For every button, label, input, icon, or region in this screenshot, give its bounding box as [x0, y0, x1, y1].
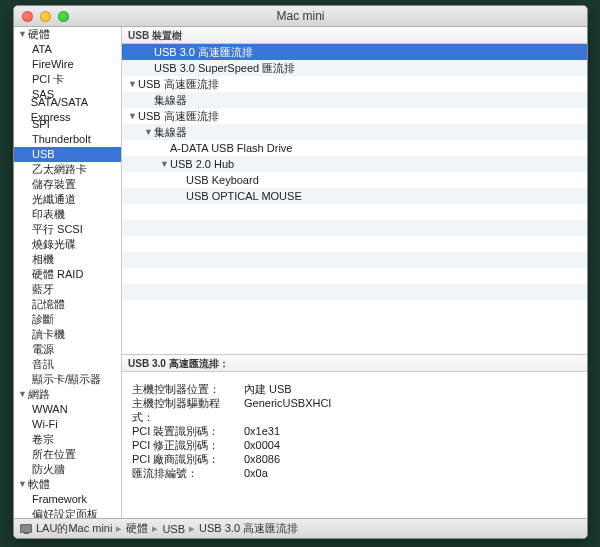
tree-row[interactable]: [122, 204, 587, 220]
sidebar-item[interactable]: 音訊: [14, 357, 121, 372]
sidebar-item[interactable]: ATA: [14, 42, 121, 57]
tree-row[interactable]: USB 3.0 SuperSpeed 匯流排: [122, 60, 587, 76]
sidebar-item[interactable]: 印表機: [14, 207, 121, 222]
device-tree[interactable]: USB 3.0 高速匯流排USB 3.0 SuperSpeed 匯流排▼USB …: [122, 44, 587, 354]
tree-header: USB 裝置樹: [122, 27, 587, 44]
path-segment[interactable]: USB: [162, 523, 185, 535]
sidebar-item[interactable]: 電源: [14, 342, 121, 357]
sidebar-item[interactable]: 所在位置: [14, 447, 121, 462]
statusbar: LAU的Mac mini ▸ 硬體 ▸ USB ▸ USB 3.0 高速匯流排: [14, 518, 587, 538]
tree-row[interactable]: ▼USB 2.0 Hub: [122, 156, 587, 172]
traffic-lights: [22, 11, 69, 22]
sidebar-item[interactable]: WWAN: [14, 402, 121, 417]
sidebar-item[interactable]: 卷宗: [14, 432, 121, 447]
sidebar-item[interactable]: SATA/SATA Express: [14, 102, 121, 117]
detail-row: PCI 廠商識別碼：0x8086: [132, 452, 577, 466]
content-pane: USB 裝置樹 USB 3.0 高速匯流排USB 3.0 SuperSpeed …: [122, 27, 587, 518]
sidebar-item[interactable]: Wi-Fi: [14, 417, 121, 432]
tree-row[interactable]: ▼USB 高速匯流排: [122, 108, 587, 124]
sidebar-item[interactable]: USB: [14, 147, 121, 162]
sidebar-item[interactable]: 讀卡機: [14, 327, 121, 342]
path-segment[interactable]: LAU的Mac mini: [36, 521, 112, 536]
tree-row[interactable]: USB Keyboard: [122, 172, 587, 188]
window-title: Mac mini: [14, 9, 587, 23]
detail-header: USB 3.0 高速匯流排：: [122, 355, 587, 372]
detail-body: 主機控制器位置：內建 USB主機控制器驅動程式：GenericUSBXHCIPC…: [122, 372, 587, 518]
detail-row: 主機控制器位置：內建 USB: [132, 382, 577, 396]
tree-row[interactable]: [122, 268, 587, 284]
tree-row[interactable]: [122, 252, 587, 268]
main-content: ▼硬體ATAFireWirePCI 卡SASSATA/SATA ExpressS…: [14, 27, 587, 518]
tree-row[interactable]: A-DATA USB Flash Drive: [122, 140, 587, 156]
sidebar-category[interactable]: ▼網路: [14, 387, 121, 402]
detail-row: 主機控制器驅動程式：GenericUSBXHCI: [132, 396, 577, 424]
sidebar-item[interactable]: 記憶體: [14, 297, 121, 312]
sidebar-item[interactable]: 平行 SCSI: [14, 222, 121, 237]
sidebar-item[interactable]: 相機: [14, 252, 121, 267]
sidebar-item[interactable]: Framework: [14, 492, 121, 507]
sidebar-item[interactable]: 診斷: [14, 312, 121, 327]
tree-row[interactable]: [122, 236, 587, 252]
sidebar[interactable]: ▼硬體ATAFireWirePCI 卡SASSATA/SATA ExpressS…: [14, 27, 122, 518]
sidebar-item[interactable]: 燒錄光碟: [14, 237, 121, 252]
tree-row[interactable]: [122, 220, 587, 236]
sidebar-item[interactable]: 藍牙: [14, 282, 121, 297]
tree-row[interactable]: ▼集線器: [122, 124, 587, 140]
close-icon[interactable]: [22, 11, 33, 22]
path-segment[interactable]: 硬體: [126, 521, 148, 536]
computer-icon: [20, 524, 32, 533]
sidebar-item[interactable]: 偏好設定面板: [14, 507, 121, 518]
tree-row[interactable]: [122, 284, 587, 300]
sidebar-item[interactable]: PCI 卡: [14, 72, 121, 87]
system-profiler-window: Mac mini ▼硬體ATAFireWirePCI 卡SASSATA/SATA…: [13, 5, 588, 539]
sidebar-item[interactable]: Thunderbolt: [14, 132, 121, 147]
sidebar-item[interactable]: 光纖通道: [14, 192, 121, 207]
tree-row[interactable]: USB 3.0 高速匯流排: [122, 44, 587, 60]
sidebar-item[interactable]: FireWire: [14, 57, 121, 72]
sidebar-category[interactable]: ▼硬體: [14, 27, 121, 42]
tree-row[interactable]: [122, 300, 587, 316]
tree-row[interactable]: 集線器: [122, 92, 587, 108]
sidebar-item[interactable]: 乙太網路卡: [14, 162, 121, 177]
detail-row: PCI 修正識別碼：0x0004: [132, 438, 577, 452]
detail-row: 匯流排編號：0x0a: [132, 466, 577, 480]
detail-pane: USB 3.0 高速匯流排： 主機控制器位置：內建 USB主機控制器驅動程式：G…: [122, 354, 587, 518]
path-segment[interactable]: USB 3.0 高速匯流排: [199, 521, 298, 536]
sidebar-item[interactable]: 防火牆: [14, 462, 121, 477]
zoom-icon[interactable]: [58, 11, 69, 22]
detail-row: PCI 裝置識別碼：0x1e31: [132, 424, 577, 438]
minimize-icon[interactable]: [40, 11, 51, 22]
tree-row[interactable]: USB OPTICAL MOUSE: [122, 188, 587, 204]
titlebar[interactable]: Mac mini: [14, 6, 587, 27]
sidebar-category[interactable]: ▼軟體: [14, 477, 121, 492]
tree-row[interactable]: ▼USB 高速匯流排: [122, 76, 587, 92]
sidebar-item[interactable]: 顯示卡/顯示器: [14, 372, 121, 387]
sidebar-item[interactable]: 儲存裝置: [14, 177, 121, 192]
sidebar-item[interactable]: 硬體 RAID: [14, 267, 121, 282]
